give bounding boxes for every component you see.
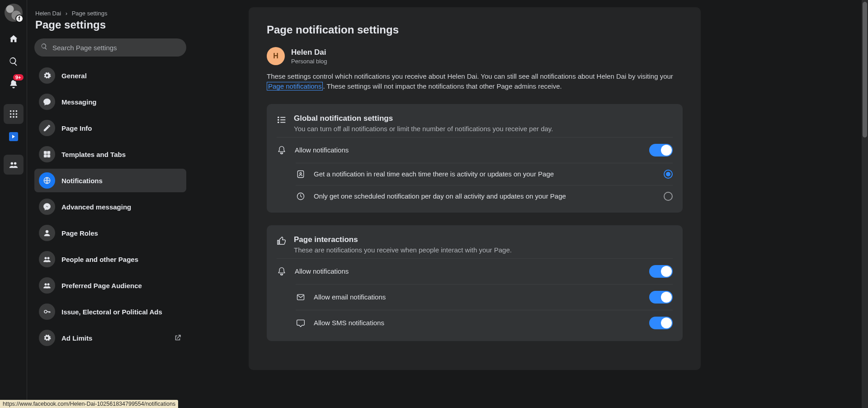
sidebar-item-label: Page Roles (61, 229, 98, 237)
breadcrumb: Helen Dai › Page settings (35, 10, 186, 17)
sidebar-item-adlimits[interactable]: Ad Limits (34, 326, 186, 350)
sidebar-item-label: Advanced messaging (61, 203, 131, 211)
sidebar-item-roles[interactable]: Page Roles (34, 221, 186, 245)
svg-point-17 (45, 257, 47, 260)
list-settings-icon (277, 114, 287, 127)
search-input-wrap[interactable] (34, 38, 186, 57)
sidebar-item-pageinfo[interactable]: Page Info (34, 116, 186, 140)
description-post: . These settings will not impact the not… (323, 82, 561, 90)
svg-point-22 (278, 116, 279, 118)
sidebar-item-label: General (61, 72, 87, 80)
email-notifications-toggle[interactable] (649, 291, 673, 304)
search-input[interactable] (52, 44, 180, 52)
sidebar-item-issue[interactable]: Issue, Electoral or Political Ads (34, 300, 186, 323)
svg-point-26 (278, 121, 279, 123)
breadcrumb-separator: › (66, 10, 67, 17)
breadcrumb-person[interactable]: Helen Dai (35, 10, 61, 17)
allow-notifications-row: Allow notifications (277, 137, 673, 163)
main-panel: Page notification settings H Helen Dai P… (249, 7, 701, 370)
sidebar-item-templates[interactable]: Templates and Tabs (34, 142, 186, 166)
global-notifications-card: Global notification settings You can tur… (267, 104, 683, 213)
sms-notifications-row: Allow SMS notifications (296, 310, 673, 336)
groups-icon[interactable] (4, 155, 24, 175)
interactions-allow-toggle[interactable] (649, 265, 673, 278)
thumbs-up-icon (277, 235, 287, 248)
svg-point-5 (15, 113, 17, 115)
svg-rect-27 (280, 122, 285, 123)
sidebar-item-label: Issue, Electoral or Political Ads (61, 308, 162, 316)
card-subtitle: These are notifications you receive when… (294, 246, 512, 254)
scrollbar[interactable] (862, 0, 868, 408)
svg-point-24 (278, 119, 279, 121)
bell-icon (277, 267, 287, 276)
apps-grid-icon[interactable] (4, 104, 24, 124)
grid4-icon (39, 146, 55, 162)
svg-point-21 (44, 310, 47, 313)
svg-point-9 (10, 162, 13, 165)
svg-point-4 (13, 113, 14, 115)
description-text: These settings control which notificatio… (267, 71, 683, 91)
card-subtitle: You can turn off all notifications or li… (294, 125, 553, 133)
svg-point-19 (45, 284, 47, 286)
realtime-option-label: Get a notification in real time each tim… (314, 170, 656, 178)
description-pre: These settings control which notificatio… (267, 72, 673, 80)
daily-option-row[interactable]: Only get one scheduled notification per … (296, 185, 673, 207)
chat-icon (39, 94, 55, 110)
svg-point-8 (15, 116, 17, 118)
sms-notifications-toggle[interactable] (649, 317, 673, 329)
svg-point-1 (13, 110, 14, 112)
key-icon (39, 304, 55, 320)
sidebar-item-label: Templates and Tabs (61, 151, 126, 158)
realtime-option-row[interactable]: Get a notification in real time each tim… (296, 163, 673, 185)
external-link-icon (174, 334, 182, 342)
sidebar-item-advmsg[interactable]: Advanced messaging (34, 195, 186, 218)
sidebar-item-label: People and other Pages (61, 256, 138, 263)
card-title: Page interactions (294, 235, 512, 244)
sidebar-item-notifications[interactable]: Notifications (34, 169, 186, 192)
svg-point-29 (300, 172, 302, 174)
daily-radio[interactable] (664, 192, 673, 201)
profile-row: H Helen Dai Personal blog (267, 47, 683, 65)
svg-rect-13 (44, 155, 47, 157)
interactions-allow-row: Allow notifications (277, 258, 673, 284)
scrollbar-thumb[interactable] (863, 2, 867, 138)
allow-notifications-label: Allow notifications (295, 146, 641, 154)
sidebar-item-audience[interactable]: Preferred Page Audience (34, 274, 186, 297)
page-name: Helen Dai (291, 48, 327, 57)
email-notifications-label: Allow email notifications (314, 293, 641, 301)
svg-point-7 (13, 116, 14, 118)
badge-id-icon (296, 170, 306, 179)
daily-option-label: Only get one scheduled notification per … (314, 192, 656, 200)
status-bar-url: https://www.facebook.com/Helen-Dai-10256… (0, 400, 178, 408)
clock-icon (296, 192, 306, 201)
profile-avatar[interactable]: f (5, 4, 23, 22)
breadcrumb-current: Page settings (72, 10, 108, 17)
home-icon[interactable] (4, 29, 24, 49)
svg-point-10 (14, 162, 16, 165)
realtime-radio[interactable] (664, 170, 673, 179)
sidebar-item-people[interactable]: People and other Pages (34, 247, 186, 271)
pencil-icon (39, 120, 55, 136)
notifications-bell-icon[interactable]: 9+ (4, 74, 24, 94)
gear-icon (39, 330, 55, 346)
svg-rect-25 (280, 119, 285, 120)
svg-point-6 (9, 116, 11, 118)
sidebar-item-messaging[interactable]: Messaging (34, 90, 186, 114)
page-type: Personal blog (291, 58, 327, 65)
search-icon[interactable] (4, 52, 24, 71)
allow-notifications-toggle[interactable] (649, 144, 673, 157)
svg-rect-11 (44, 151, 47, 154)
sidebar-item-general[interactable]: General (34, 64, 186, 87)
page-notifications-link[interactable]: Page notifications (267, 82, 323, 90)
sms-icon (296, 318, 306, 327)
globe-icon (39, 172, 55, 189)
sms-notifications-label: Allow SMS notifications (314, 319, 641, 327)
sidebar-item-label: Notifications (61, 177, 103, 185)
settings-sidebar: Helen Dai › Page settings Page settings … (27, 0, 190, 408)
facebook-badge-icon: f (15, 14, 24, 23)
video-tile-icon[interactable] (4, 127, 24, 147)
svg-point-18 (47, 257, 50, 260)
bell-icon (277, 146, 287, 155)
person-icon (39, 225, 55, 241)
svg-point-2 (15, 110, 17, 112)
